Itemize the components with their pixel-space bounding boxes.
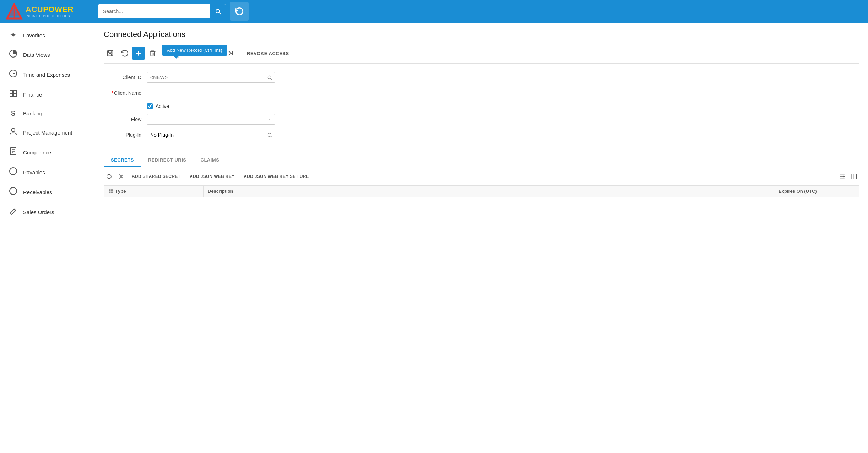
add-json-web-key-button[interactable]: ADD JSON WEB KEY [186,171,238,182]
add-shared-secret-button[interactable]: ADD SHARED SECRET [128,171,184,182]
sidebar-item-receivables[interactable]: Receivables [0,182,95,202]
svg-rect-52 [109,191,110,193]
sidebar-item-compliance[interactable]: Compliance [0,142,95,162]
next-icon [213,50,219,56]
sidebar-item-data-views[interactable]: Data Views [0,45,95,65]
logo-area: ACUPOWER INFINITE POSSIBILITIES [0,3,95,20]
delete-button[interactable] [146,47,159,60]
sidebar-item-label: Payables [23,169,45,175]
plugin-row: Plug-In: [104,130,859,140]
add-new-button[interactable] [132,47,145,60]
sidebar-item-label: Compliance [23,149,51,155]
tabs-area: SECRETS REDIRECT URIS CLAIMS [104,154,859,167]
subtoolbar-close-icon [118,174,124,179]
prev-button[interactable] [196,47,208,60]
subtoolbar-refresh-icon [106,174,112,179]
last-button[interactable] [224,47,237,60]
client-id-input[interactable] [147,75,265,80]
save-button[interactable] [104,47,116,60]
sidebar-item-favorites[interactable]: ✦ Favorites [0,26,95,45]
col-header-expires: Expires On (UTC) [774,186,859,197]
undo-button[interactable] [118,47,131,60]
copy-button[interactable] [161,47,175,60]
svg-rect-50 [109,189,110,191]
next-button[interactable] [210,47,223,60]
active-row: Active [147,103,859,109]
svg-rect-12 [10,94,13,97]
sidebar-item-label: Receivables [23,189,52,195]
add-icon [135,50,142,57]
sidebar-item-label: Data Views [23,52,50,58]
add-button-container: Add New Record (Ctrl+Ins) [132,47,145,60]
plugin-field[interactable] [147,130,275,140]
client-id-search-icon[interactable] [265,75,275,80]
sidebar-item-label: Banking [23,110,42,116]
copy-dropdown-icon [169,51,174,55]
plugin-input[interactable] [147,132,265,138]
flow-dropdown-icon [265,117,275,121]
edit-icon [8,207,18,217]
subtoolbar: ADD SHARED SECRET ADD JSON WEB KEY ADD J… [104,167,859,185]
sidebar-item-sales-orders[interactable]: Sales Orders [0,202,95,222]
required-indicator: * [112,90,113,96]
client-id-field[interactable] [147,72,275,83]
prev-icon [199,50,205,56]
sidebar-item-project-management[interactable]: Project Management [0,122,95,142]
add-json-web-key-set-url-button[interactable]: ADD JSON WEB KEY SET URL [240,171,313,182]
svg-point-38 [268,133,271,136]
sidebar-item-finance[interactable]: Finance [0,84,95,104]
svg-line-39 [271,136,272,137]
subtoolbar-close-button[interactable] [116,171,126,182]
brand-name: ACUPOWER [26,5,74,14]
flow-field[interactable] [147,114,275,125]
plugin-search-icon[interactable] [265,132,275,138]
sidebar-item-label: Project Management [23,130,72,136]
svg-rect-27 [109,54,112,56]
delete-icon [149,50,156,57]
last-icon [227,50,234,56]
sidebar-item-payables[interactable]: Payables [0,162,95,182]
col-header-description: Description [204,186,774,197]
pie-icon [8,50,18,60]
active-label: Active [156,103,169,109]
main-toolbar: Add New Record (Ctrl+Ins) [104,45,859,64]
client-id-row: Client ID: [104,72,859,83]
client-name-row: *Client Name: [104,88,859,98]
sidebar-item-label: Finance [23,92,42,98]
client-name-label: *Client Name: [104,90,143,96]
plus-circle-icon [8,187,18,197]
search-input[interactable] [98,4,226,18]
sidebar-item-banking[interactable]: $ Banking [0,104,95,122]
svg-line-24 [14,209,16,211]
export-icon [851,173,857,180]
svg-rect-10 [10,90,13,93]
svg-point-4 [216,9,220,13]
secrets-table: Type Description Expires On (UTC) [104,185,859,197]
refresh-icon [235,7,244,16]
tab-redirect-uris[interactable]: REDIRECT URIS [141,154,194,167]
star-icon: ✦ [8,31,18,40]
logo-icon [6,3,23,20]
fit-columns-button[interactable] [837,171,847,182]
flow-select[interactable] [147,116,265,122]
tab-claims[interactable]: CLAIMS [194,154,227,167]
search-button[interactable] [210,4,226,18]
copy-icon [162,50,169,57]
first-button[interactable] [181,47,194,60]
tab-secrets[interactable]: SECRETS [104,154,141,167]
svg-rect-51 [111,189,113,191]
svg-rect-13 [13,94,16,97]
svg-rect-47 [852,174,857,179]
subtoolbar-refresh-button[interactable] [104,171,114,182]
revoke-access-button[interactable]: REVOKE ACCESS [243,47,293,60]
content-area: Connected Applications [95,23,868,453]
active-checkbox[interactable] [147,103,153,109]
client-name-input[interactable] [147,88,275,98]
plugin-label: Plug-In: [104,132,143,138]
toolbar-separator-2 [240,49,240,58]
svg-rect-53 [111,191,113,193]
sidebar-item-time-expenses[interactable]: Time and Expenses [0,65,95,84]
top-refresh-button[interactable] [230,2,249,21]
export-button[interactable] [849,171,859,182]
client-id-label: Client ID: [104,75,143,80]
